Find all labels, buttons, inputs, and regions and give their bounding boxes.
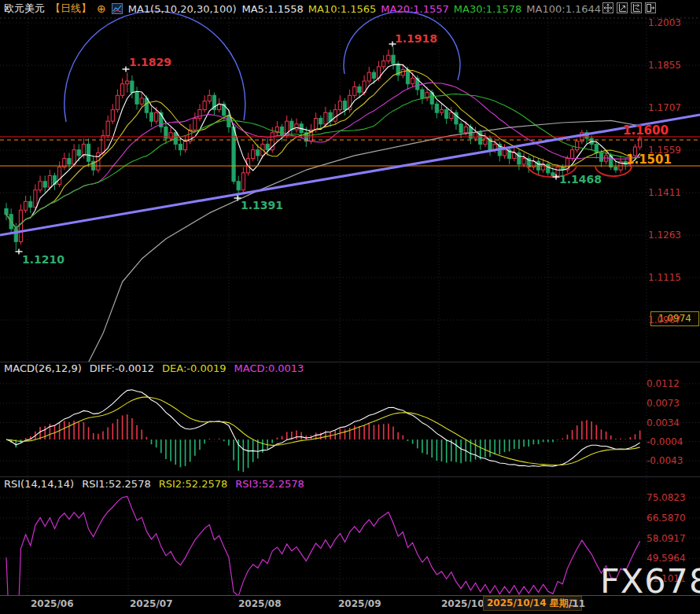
ma-values-group: MA5:1.1558MA10:1.1565MA20:1.1557MA30:1.1… [242, 3, 606, 15]
macd-diff-value: DIFF:-0.0012 [90, 362, 154, 374]
macd-title: MACD(26,12,9) [4, 362, 82, 374]
axis-scale-right-icon[interactable] [631, 2, 642, 13]
rsi-line [6, 496, 640, 614]
ma-value-label: MA100:1.1644 [526, 3, 601, 15]
rsi3-value: RSI3:52.2578 [235, 478, 304, 490]
xaxis-divider [0, 595, 700, 596]
chart-type-icon[interactable] [112, 3, 123, 14]
ma100-line [89, 120, 640, 362]
macd-bar-value: MACD:0.0013 [234, 362, 304, 374]
rsi1-value: RSI1:52.2578 [82, 478, 151, 490]
rsi2-value: RSI2:52.2578 [159, 478, 228, 490]
red-bottom-arc [595, 165, 632, 176]
macd-dea-line [6, 397, 640, 465]
ma20-line [6, 83, 640, 228]
add-indicator-icon[interactable]: ⊕ [97, 3, 106, 14]
rsi-title: RSI(14,14,14) [4, 478, 74, 490]
timeframe-label[interactable]: 【日线】 [50, 2, 91, 16]
symbol-name: 欧元美元 [4, 2, 45, 16]
rsi-layer [6, 496, 640, 614]
price-tag-box: 1.0974 [650, 311, 699, 326]
ma-lines-layer [6, 64, 640, 362]
chart-canvas[interactable] [0, 0, 700, 614]
chart-header: 欧元美元 【日线】 ⊕ MA1(5,10,20,30,100) MA5:1.15… [0, 0, 606, 17]
ma-value-label: MA30:1.1578 [454, 3, 522, 15]
ma-settings-label: MA1(5,10,20,30,100) [128, 3, 237, 15]
macd-header: MACD(26,12,9) DIFF:-0.0012 DEA:-0.0019 M… [4, 362, 304, 374]
macd-layer [6, 390, 640, 472]
pan-tool-icon[interactable] [602, 2, 613, 13]
fx678-watermark: FX678 [600, 561, 700, 601]
ma-value-label: MA5:1.1558 [242, 3, 304, 15]
axis-scale-left-icon[interactable] [617, 2, 628, 13]
ma-value-label: MA20:1.1557 [381, 3, 449, 15]
trading-chart-window: 欧元美元 【日线】 ⊕ MA1(5,10,20,30,100) MA5:1.15… [0, 0, 700, 614]
macd-diff-line [6, 390, 640, 467]
exit-chart-icon[interactable] [645, 2, 656, 13]
rsi-header: RSI(14,14,14) RSI1:52.2578 RSI2:52.2578 … [4, 478, 304, 490]
panel-divider [0, 476, 700, 477]
window-controls [602, 2, 656, 13]
ascending-trendline [0, 115, 700, 235]
drawings-layer [0, 11, 700, 254]
ma-value-label: MA10:1.1565 [308, 3, 377, 15]
macd-dea-value: DEA:-0.0019 [162, 362, 226, 374]
